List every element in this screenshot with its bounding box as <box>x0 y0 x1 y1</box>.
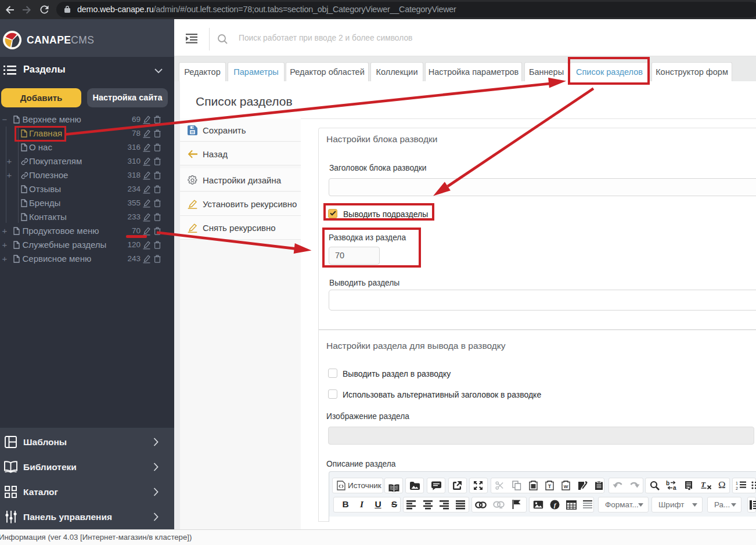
svg-text:2: 2 <box>736 486 738 490</box>
svg-text:a: a <box>673 485 676 491</box>
svg-text:b: b <box>666 480 669 486</box>
svg-text:T: T <box>701 480 706 489</box>
svg-text:1: 1 <box>736 481 738 485</box>
svg-text:W: W <box>564 484 568 489</box>
svg-text:T: T <box>548 483 552 489</box>
